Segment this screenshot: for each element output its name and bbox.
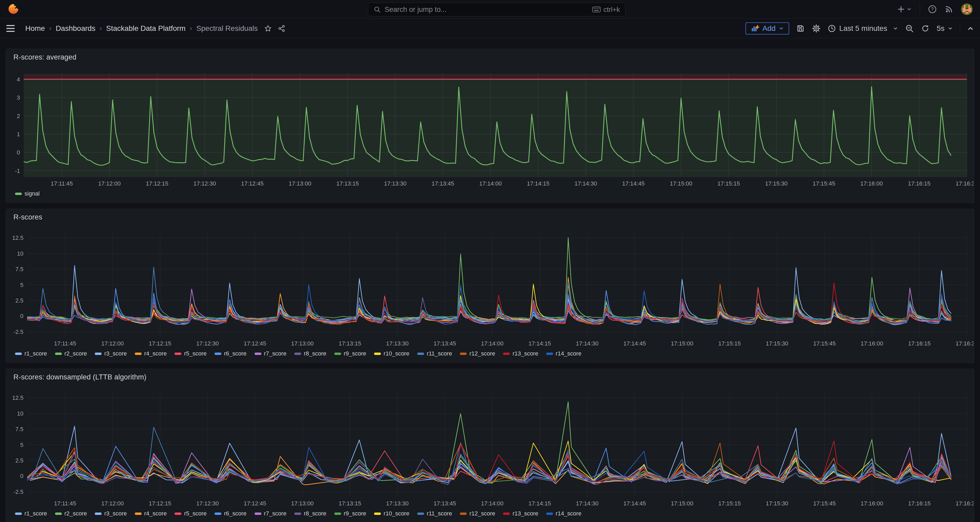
legend-item-r2_score[interactable]: r2_score	[55, 350, 87, 357]
new-menu-button[interactable]	[897, 5, 912, 13]
add-panel-button[interactable]: Add	[746, 22, 789, 35]
svg-text:17:12:00: 17:12:00	[98, 180, 121, 187]
search-input[interactable]	[385, 6, 592, 14]
svg-text:17:14:45: 17:14:45	[623, 340, 646, 347]
legend-item-signal[interactable]: signal	[15, 190, 40, 197]
svg-text:17:14:15: 17:14:15	[528, 340, 551, 347]
legend-swatch	[15, 193, 22, 195]
panel-title[interactable]: R-scores: averaged	[6, 49, 974, 64]
legend-item-r6_score[interactable]: r6_score	[215, 350, 247, 357]
svg-text:17:15:15: 17:15:15	[717, 180, 740, 187]
svg-text:17:15:45: 17:15:45	[813, 180, 835, 187]
dashboard-settings-button[interactable]	[812, 24, 821, 33]
share-button[interactable]	[278, 24, 286, 32]
favorite-button[interactable]	[264, 24, 272, 32]
refresh-button[interactable]	[921, 24, 930, 33]
time-series-chart[interactable]: 43210-117:11:4517:12:0017:12:1517:12:301…	[6, 64, 974, 188]
share-icon	[278, 24, 286, 32]
breadcrumb-folder[interactable]: Stackable Data Platform	[106, 24, 186, 33]
legend-item-r4_score[interactable]: r4_score	[135, 350, 167, 357]
legend-item-r14_score[interactable]: r14_score	[546, 510, 581, 517]
legend-item-r10_score[interactable]: r10_score	[374, 350, 409, 357]
legend-item-r10_score[interactable]: r10_score	[374, 510, 409, 517]
legend-item-r3_score[interactable]: r3_score	[95, 510, 127, 517]
legend-item-r5_score[interactable]: r5_score	[175, 510, 207, 517]
panel-title[interactable]: R-scores: downsampled (LTTB algorithm)	[6, 369, 974, 384]
save-dashboard-button[interactable]	[796, 24, 805, 33]
zoom-out-icon	[905, 24, 914, 33]
legend-item-r8_score[interactable]: r8_score	[294, 510, 326, 517]
svg-text:17:15:15: 17:15:15	[718, 340, 741, 347]
refresh-icon	[921, 24, 930, 33]
chevron-down-icon	[893, 26, 898, 31]
svg-text:17:13:30: 17:13:30	[386, 340, 409, 347]
time-series-chart[interactable]: 12.5107.552.50-2.517:11:4517:12:0017:12:…	[6, 224, 974, 348]
legend-swatch	[460, 353, 467, 355]
legend-item-r2_score[interactable]: r2_score	[55, 510, 87, 517]
svg-text:17:13:45: 17:13:45	[434, 500, 456, 507]
legend-label: r12_score	[469, 350, 495, 357]
legend-item-r12_score[interactable]: r12_score	[460, 350, 495, 357]
svg-text:17:12:30: 17:12:30	[194, 180, 216, 187]
collapse-toolbar-button[interactable]	[967, 25, 974, 32]
legend: r1_scorer2_scorer3_scorer4_scorer5_score…	[6, 348, 974, 359]
legend-item-r5_score[interactable]: r5_score	[175, 350, 207, 357]
time-series-chart[interactable]: 12.5107.552.50-2.517:11:4517:12:0017:12:…	[6, 384, 974, 508]
help-button[interactable]: ?	[928, 5, 937, 14]
legend-swatch	[334, 353, 341, 355]
time-range-picker[interactable]: Last 5 minutes	[827, 24, 898, 33]
svg-text:17:13:30: 17:13:30	[384, 180, 407, 187]
svg-text:17:15:15: 17:15:15	[718, 500, 741, 507]
legend-item-r12_score[interactable]: r12_score	[460, 510, 495, 517]
legend-label: r1_score	[24, 510, 47, 517]
svg-text:0: 0	[20, 473, 24, 479]
legend-swatch	[460, 512, 467, 515]
zoom-out-time-button[interactable]	[905, 24, 914, 33]
svg-text:17:15:45: 17:15:45	[813, 340, 836, 347]
breadcrumb-separator: ›	[49, 24, 52, 32]
legend-swatch	[255, 353, 261, 355]
svg-text:12.5: 12.5	[12, 394, 24, 401]
legend-item-r11_score[interactable]: r11_score	[417, 350, 452, 357]
add-button-label: Add	[762, 24, 775, 33]
svg-text:17:14:30: 17:14:30	[574, 180, 597, 187]
legend-item-r6_score[interactable]: r6_score	[215, 510, 247, 517]
news-button[interactable]	[945, 5, 953, 13]
svg-text:7.5: 7.5	[15, 426, 24, 433]
search-icon	[374, 6, 381, 13]
svg-text:17:16:15: 17:16:15	[908, 180, 931, 187]
legend-item-r13_score[interactable]: r13_score	[503, 510, 538, 517]
legend-item-r9_score[interactable]: r9_score	[334, 510, 366, 517]
svg-text:17:14:30: 17:14:30	[576, 340, 598, 347]
legend-item-r1_score[interactable]: r1_score	[15, 350, 47, 357]
grafana-logo-icon[interactable]	[7, 3, 19, 15]
user-avatar[interactable]	[961, 3, 973, 15]
legend-swatch	[215, 353, 221, 355]
svg-text:-2.5: -2.5	[13, 329, 24, 335]
legend-label: r9_score	[344, 510, 366, 517]
search-bar[interactable]: ctrl+k	[368, 3, 625, 16]
breadcrumb-home[interactable]: Home	[25, 24, 45, 33]
svg-text:17:14:15: 17:14:15	[527, 180, 550, 187]
legend-item-r9_score[interactable]: r9_score	[334, 350, 366, 357]
legend-swatch	[374, 353, 381, 355]
breadcrumb-dashboards[interactable]: Dashboards	[56, 24, 95, 33]
menu-toggle-button[interactable]	[6, 24, 15, 33]
chevron-down-icon	[948, 26, 953, 31]
legend-item-r13_score[interactable]: r13_score	[503, 350, 538, 357]
legend-swatch	[15, 512, 22, 515]
refresh-interval-picker[interactable]: 5s	[937, 24, 953, 33]
legend-item-r8_score[interactable]: r8_score	[294, 350, 326, 357]
legend: signal	[6, 188, 974, 199]
legend-item-r7_score[interactable]: r7_score	[255, 510, 286, 517]
legend-item-r1_score[interactable]: r1_score	[15, 510, 47, 517]
legend-swatch	[294, 353, 301, 355]
legend-item-r11_score[interactable]: r11_score	[417, 510, 452, 517]
breadcrumb-current-dashboard: Spectral Residuals	[196, 24, 258, 33]
panel-title[interactable]: R-scores	[6, 209, 974, 224]
legend-item-r3_score[interactable]: r3_score	[95, 350, 127, 357]
legend-item-r14_score[interactable]: r14_score	[546, 350, 581, 357]
legend-item-r7_score[interactable]: r7_score	[255, 350, 286, 357]
legend-label: r11_score	[427, 510, 452, 517]
legend-item-r4_score[interactable]: r4_score	[135, 510, 167, 517]
